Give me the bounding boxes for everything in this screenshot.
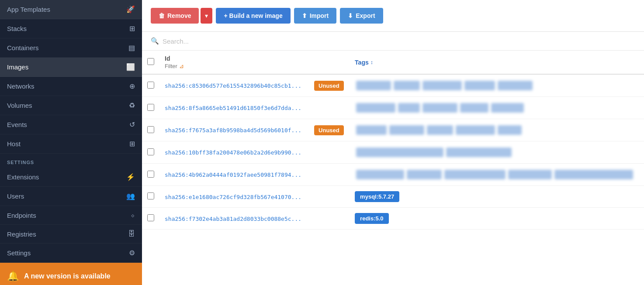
sort-icon[interactable]: ↕ xyxy=(370,59,373,65)
badge-cell xyxy=(309,97,350,119)
hash-link[interactable]: sha256:f7302e4ab3a81ad2d8033bc0088e5c... xyxy=(165,216,301,222)
containers-icon: ▤ xyxy=(128,44,135,52)
tags-cell: redis:5.0 xyxy=(350,208,644,230)
sidebar-item-volumes[interactable]: Volumes ♻ xyxy=(0,96,142,115)
sidebar-item-host[interactable]: Host ⊞ xyxy=(0,134,142,154)
export-button[interactable]: ⬇ Export xyxy=(340,8,383,24)
sidebar-item-settings[interactable]: Settings ⚙ xyxy=(0,244,142,263)
badge-cell xyxy=(309,141,350,164)
col-id-header: Id Filter ⊿ xyxy=(159,51,309,74)
images-icon: ⬜ xyxy=(126,63,135,71)
users-icon: 👥 xyxy=(126,192,135,200)
sidebar-item-app-templates[interactable]: App Templates 🚀 xyxy=(0,0,142,19)
new-version-text: A new version is available xyxy=(24,272,111,280)
sidebar: App Templates 🚀 Stacks ⊞ Containers ▤ Im… xyxy=(0,0,142,285)
row-checkbox[interactable] xyxy=(147,214,154,221)
blurred-tag xyxy=(456,125,495,135)
sidebar-item-stacks[interactable]: Stacks ⊞ xyxy=(0,19,142,38)
select-all-cell xyxy=(142,51,159,74)
blurred-tag xyxy=(356,81,391,90)
table-row: sha256:4b962a0444af0192faee50981f7894... xyxy=(142,164,644,186)
badge-cell xyxy=(309,208,350,230)
volumes-icon: ♻ xyxy=(129,101,135,110)
blurred-tag xyxy=(407,170,442,179)
sidebar-item-networks[interactable]: Networks ⊕ xyxy=(0,77,142,96)
row-checkbox[interactable] xyxy=(147,148,154,155)
row-checkbox[interactable] xyxy=(147,82,154,89)
hash-cell: sha256:10bff38fa200478e06b2a2d6e9b990... xyxy=(159,141,309,164)
build-new-image-button[interactable]: + Build a new image xyxy=(216,8,290,24)
blurred-tag xyxy=(422,81,462,90)
extensions-icon: ⚡ xyxy=(126,173,135,181)
blurred-tag xyxy=(444,170,506,179)
row-checkbox[interactable] xyxy=(147,171,154,178)
networks-icon: ⊕ xyxy=(129,82,135,90)
hash-cell: sha256:c85306d577e6155432896b40c85cb1... xyxy=(159,74,309,97)
blurred-tag xyxy=(356,148,443,157)
hash-cell: sha256:8f5a8665eb51491d61850f3e6d7dda... xyxy=(159,97,309,119)
sidebar-item-endpoints[interactable]: Endpoints ⬦ xyxy=(0,206,142,225)
blurred-tag xyxy=(422,103,457,113)
hash-link[interactable]: sha256:f7675a3af8b9598ba4d5d569b6010f... xyxy=(165,127,301,134)
tags-cell: mysql:5.7.27 xyxy=(350,186,644,208)
blurred-tag xyxy=(398,103,420,113)
blurred-tag xyxy=(464,81,495,90)
sidebar-item-registries[interactable]: Registries 🗄 xyxy=(0,225,142,244)
sidebar-item-containers[interactable]: Containers ▤ xyxy=(0,38,142,58)
select-all-checkbox[interactable] xyxy=(147,58,154,65)
hash-link[interactable]: sha256:8f5a8665eb51491d61850f3e6d7dda... xyxy=(165,105,301,111)
badge-cell: Unused xyxy=(309,74,350,97)
blurred-tag xyxy=(460,103,488,113)
col-tags-header: Tags ↕ xyxy=(350,51,644,74)
sidebar-item-images[interactable]: Images ⬜ xyxy=(0,58,142,77)
blurred-tag xyxy=(427,125,453,135)
hash-cell: sha256:f7302e4ab3a81ad2d8033bc0088e5c... xyxy=(159,208,309,230)
row-checkbox[interactable] xyxy=(147,126,154,133)
blurred-tag xyxy=(389,125,424,135)
badge-cell xyxy=(309,164,350,186)
row-checkbox[interactable] xyxy=(147,104,154,111)
images-table: Id Filter ⊿ Tags ↕ xyxy=(142,51,644,230)
table-row: sha256:c85306d577e6155432896b40c85cb1...… xyxy=(142,74,644,97)
col-status-header xyxy=(309,51,350,74)
sidebar-item-users[interactable]: Users 👥 xyxy=(0,187,142,206)
new-version-banner[interactable]: 🔔 A new version is available xyxy=(0,263,142,285)
remove-button[interactable]: 🗑 Remove xyxy=(151,8,199,24)
tags-cell xyxy=(350,119,644,141)
blurred-tag xyxy=(498,125,522,135)
hash-link[interactable]: sha256:10bff38fa200478e06b2a2d6e9b990... xyxy=(165,149,301,156)
endpoints-icon: ⬦ xyxy=(131,211,135,219)
badge-cell: Unused xyxy=(309,119,350,141)
rocket-icon: 🚀 xyxy=(126,5,135,14)
hash-cell: sha256:e1e1680ac726cf9d328fb567e41070... xyxy=(159,186,309,208)
import-button[interactable]: ⬆ Import xyxy=(294,8,337,24)
sidebar-item-extensions[interactable]: Extensions ⚡ xyxy=(0,168,142,187)
tag-pill: mysql:5.7.27 xyxy=(355,191,399,202)
search-input[interactable] xyxy=(163,38,294,45)
remove-dropdown-button[interactable]: ▾ xyxy=(201,8,212,24)
unused-badge: Unused xyxy=(314,81,344,91)
host-icon: ⊞ xyxy=(129,140,135,148)
events-icon: ↺ xyxy=(129,120,135,129)
blurred-tag xyxy=(498,81,533,90)
trash-icon: 🗑 xyxy=(159,12,165,19)
tags-cell xyxy=(350,97,644,119)
hash-link[interactable]: sha256:4b962a0444af0192faee50981f7894... xyxy=(165,172,301,178)
blurred-tag xyxy=(356,170,404,179)
table-row: sha256:f7302e4ab3a81ad2d8033bc0088e5c...… xyxy=(142,208,644,230)
hash-link[interactable]: sha256:c85306d577e6155432896b40c85cb1... xyxy=(165,82,301,89)
hash-cell: sha256:f7675a3af8b9598ba4d5d569b6010f... xyxy=(159,119,309,141)
tags-cell xyxy=(350,74,644,97)
tag-pill: redis:5.0 xyxy=(355,213,388,224)
hash-cell: sha256:4b962a0444af0192faee50981f7894... xyxy=(159,164,309,186)
row-checkbox[interactable] xyxy=(147,192,154,199)
blurred-tag xyxy=(508,170,552,179)
bell-icon: 🔔 xyxy=(7,271,19,282)
toolbar: 🗑 Remove ▾ + Build a new image ⬆ Import … xyxy=(142,0,644,32)
hash-link[interactable]: sha256:e1e1680ac726cf9d328fb567e41070... xyxy=(165,194,301,200)
blurred-tag xyxy=(394,81,420,90)
tags-cell xyxy=(350,164,644,186)
search-icon: 🔍 xyxy=(151,37,159,45)
settings-icon: ⚙ xyxy=(129,249,135,257)
sidebar-item-events[interactable]: Events ↺ xyxy=(0,115,142,134)
